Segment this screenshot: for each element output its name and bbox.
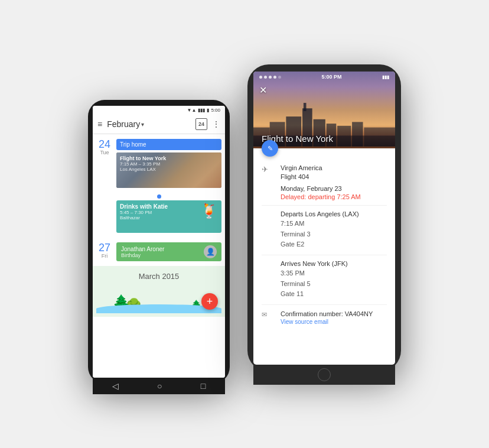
confirmation-number: Confirmation number: VA404NY [281,310,387,319]
drinks-section: Drinks with Katie 5:45 – 7:30 PM Balthaz… [93,200,225,238]
arrives-terminal: Terminal 5 [281,279,387,290]
airline-text: Virgin America Flight 404 Monday, Februa… [281,164,387,200]
iphone-time: 5:00 PM [321,74,341,80]
day-events-27: Jonathan Aroner Birthday 👤 [116,242,221,261]
android-phone: ▼▲ ▮▮▮ ▮ 5:00 ≡ February ▾ 24 ⋮ [88,100,230,384]
day-label-24: 24 Tue [96,139,113,188]
close-button[interactable]: ✕ [259,85,267,96]
hero-image: 5:00 PM ▮▮▮ Fl [253,72,395,148]
flight-date: Monday, February 23 [281,184,387,193]
departs-section-title: Departs Los Angeles (LAX) [281,210,387,217]
departs-text: Departs Los Angeles (LAX) 7:15 AM Termin… [281,210,387,250]
confirmation-text: Confirmation number: VA404NY View source… [281,310,387,325]
arrives-row: Arrives New York (JFK) 3:35 PM Terminal … [262,255,387,305]
day-label-27: 27 Fri [96,242,113,261]
departs-terminal: Terminal 3 [281,229,387,240]
trip-home-event[interactable]: Trip home [116,139,221,150]
day-number-27: 27 [99,242,110,253]
time-display: 5:00 [211,108,220,113]
month-label: February [107,119,140,129]
march-title: March 2015 [96,272,221,281]
flight-time: 7:15 AM – 3:35 PM [120,161,218,167]
birthday-name: Jonathan Aroner [121,246,164,252]
arrives-section-title: Arrives New York (JFK) [281,260,387,267]
back-button[interactable]: ◁ [112,381,119,391]
calendar-header: ≡ February ▾ 24 ⋮ [93,115,225,134]
edit-button[interactable]: ✎ [262,140,278,157]
birthday-avatar: 👤 [204,245,217,258]
home-button[interactable] [318,368,331,381]
day-number-24: 24 [99,139,110,150]
android-status-icons: ▼▲ ▮▮▮ ▮ 5:00 [187,108,220,113]
edit-icon: ✎ [268,145,273,152]
month-title[interactable]: February ▾ [107,119,195,129]
cocktail-icon: 🍹 [200,203,218,219]
flight-title: Flight to New York [120,155,218,161]
battery-icon: ▮ [207,108,209,113]
android-nav-bar: ◁ ○ □ [93,378,225,394]
day-name-24: Tue [100,150,109,155]
home-button[interactable]: ○ [157,381,162,391]
birthday-info: Jonathan Aroner Birthday [121,246,164,258]
hamburger-menu-button[interactable]: ≡ [97,119,102,129]
day-name-27: Fri [102,253,108,259]
android-screen: ▼▲ ▮▮▮ ▮ 5:00 ≡ February ▾ 24 ⋮ [93,106,225,378]
signal-icon: ▮▮▮ [198,108,205,113]
day-section-27: 27 Fri Jonathan Aroner Birthday 👤 [93,238,225,266]
dot-divider [93,193,225,200]
add-event-button[interactable]: + [201,293,218,310]
flight-number: Flight 404 [281,173,387,181]
phones-container: ▼▲ ▮▮▮ ▮ 5:00 ≡ February ▾ 24 ⋮ [88,64,401,384]
day-events-24: Trip home Flight to New York 7:15 AM – 3… [116,139,221,188]
arrives-spacer [262,260,273,300]
confirmation-row: ✉ Confirmation number: VA404NY View sour… [262,305,387,330]
flight-event[interactable]: Flight to New York 7:15 AM – 3:35 PM Los… [116,152,221,188]
iphone-home-bar [253,365,395,385]
view-source-link[interactable]: View source email [281,319,387,325]
drinks-event[interactable]: Drinks with Katie 5:45 – 7:30 PM Balthaz… [116,200,221,233]
calendar-date-button[interactable]: 24 [195,118,207,130]
month-dropdown-icon: ▾ [141,121,144,128]
arrives-text: Arrives New York (JFK) 3:35 PM Terminal … [281,260,387,300]
arrives-time: 3:35 PM [281,268,387,279]
birthday-event[interactable]: Jonathan Aroner Birthday 👤 [116,242,221,261]
departs-gate: Gate E2 [281,239,387,250]
iphone-battery: ▮▮▮ [382,74,389,80]
departs-spacer [262,210,273,250]
iphone: 5:00 PM ▮▮▮ Fl [247,64,401,372]
flight-event-content: Flight to New York 7:15 AM – 3:35 PM Los… [116,152,221,175]
departs-time: 7:15 AM [281,219,387,229]
airline-row: ✈ Virgin America Flight 404 Monday, Febr… [262,159,387,206]
day-section-24: 24 Tue Trip home Flight to New York 7:15… [93,134,225,193]
android-status-bar: ▼▲ ▮▮▮ ▮ 5:00 [93,106,225,115]
iphone-screen: 5:00 PM ▮▮▮ Fl [253,72,395,365]
wifi-icon: ▼▲ [187,108,197,113]
timeline-dot [157,194,161,199]
arrives-gate: Gate 11 [281,289,387,300]
calendar-body[interactable]: 24 Tue Trip home Flight to New York 7:15… [93,134,225,378]
plane-icon: ✈ [262,164,273,200]
march-section: March 2015 🌲 🌳 🌲 + [93,266,225,317]
detail-content: ✈ Virgin America Flight 404 Monday, Febr… [253,148,395,365]
airline-name: Virgin America [281,164,387,173]
flight-status: Delayed: departing 7:25 AM [281,193,387,200]
birthday-label: Birthday [121,252,164,258]
departs-row: Departs Los Angeles (LAX) 7:15 AM Termin… [262,206,387,255]
email-icon: ✉ [262,310,273,325]
more-options-button[interactable]: ⋮ [212,119,220,129]
recents-button[interactable]: □ [201,381,206,391]
flight-loc: Los Angeles LAX [120,167,218,172]
svg-rect-1 [304,103,307,111]
